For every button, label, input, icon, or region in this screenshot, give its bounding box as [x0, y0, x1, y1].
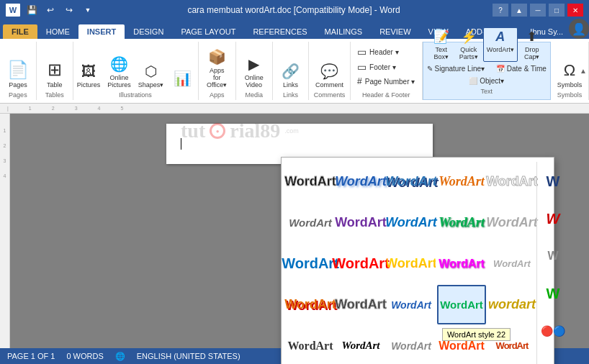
wordart-item-1[interactable]: WordArt: [286, 162, 335, 201]
wordart-item-12[interactable]: WordArt: [336, 244, 385, 283]
comments-group: 💬 Comment Comments: [309, 42, 350, 100]
pages-group-label: Pages: [9, 91, 27, 100]
ruler-horizontal: |12345: [0, 104, 589, 114]
wordart-item-5[interactable]: WordArt: [487, 162, 536, 201]
avatar: 👤: [569, 19, 589, 39]
word-count: 0 WORDS: [66, 352, 103, 360]
wordart-tooltip: WordArt style 22: [442, 328, 511, 341]
pages-button[interactable]: 📄 Pages: [4, 58, 32, 90]
title-bar: W 💾 ↩ ↪ ▼ cara membuat wordArt.doc [Comp…: [0, 0, 589, 20]
wordart-item-7[interactable]: WordArt: [336, 203, 385, 242]
wordart-item-11[interactable]: WordArt: [286, 244, 335, 283]
apps-for-office-button[interactable]: 📦 Apps forOffice▾: [202, 47, 231, 90]
wordart-button[interactable]: A WordArt▾: [483, 27, 518, 62]
shapes-button[interactable]: ⬡ Shapes▾: [135, 61, 167, 90]
online-video-button[interactable]: ▶ OnlineVideo: [240, 54, 269, 90]
wordart-item-15[interactable]: WordArt: [487, 244, 536, 283]
language-icon: 🌐: [115, 352, 125, 361]
wordart-item-3[interactable]: WordArt: [387, 162, 436, 201]
tab-design[interactable]: DESIGN: [125, 24, 172, 39]
pictures-button[interactable]: 🖼 Pictures: [74, 62, 104, 90]
wordart-item-13[interactable]: WordArt: [387, 244, 436, 283]
tab-mailings[interactable]: MAILINGS: [316, 24, 372, 39]
tables-group: ⊞ Table Tables: [37, 42, 73, 100]
wordart-item-20[interactable]: wordart: [487, 285, 536, 324]
word-logo-icon: W: [6, 4, 20, 17]
quick-parts-button[interactable]: ⚡ QuickParts▾: [456, 27, 482, 62]
wordart-item-2[interactable]: WordArt: [336, 162, 385, 201]
links-button[interactable]: 🔗 Links: [276, 61, 305, 90]
ribbon-toggle-button[interactable]: ▲: [511, 4, 527, 17]
apps-group: 📦 Apps forOffice▾ Apps: [199, 42, 236, 100]
wordart-item-19-selected[interactable]: WordArt: [437, 285, 486, 324]
links-group: 🔗 Links Links: [273, 42, 310, 100]
wordart-item-17[interactable]: WordArt: [336, 285, 385, 324]
maximize-button[interactable]: □: [549, 4, 565, 17]
ribbon: 📄 Pages Pages ⊞ Table Tables 🖼 Pictures: [0, 39, 589, 104]
wordart-extra-4[interactable]: W: [539, 276, 567, 311]
ribbon-collapse[interactable]: ▲: [577, 39, 589, 103]
wordart-extra-1[interactable]: W: [539, 163, 567, 199]
undo-icon[interactable]: ↩: [43, 4, 58, 17]
page-number-button[interactable]: # Page Number ▾: [353, 75, 419, 88]
pages-group: 📄 Pages Pages: [0, 42, 37, 100]
wordart-extra-5[interactable]: 🔴🔵: [539, 313, 567, 349]
header-footer-group: ▭ Header ▾ ▭ Footer ▾ # Page Number ▾ He…: [351, 42, 423, 100]
tab-file[interactable]: FILE: [3, 24, 37, 39]
pages-group-content: 📄 Pages: [4, 42, 32, 90]
language: ENGLISH (UNITED STATES): [137, 352, 240, 360]
redo-icon[interactable]: ↪: [62, 4, 76, 17]
text-box-button[interactable]: 📝 TextBox▾: [428, 27, 454, 62]
minimize-button[interactable]: ─: [530, 4, 546, 17]
media-group: ▶ OnlineVideo Media: [236, 42, 273, 100]
wordart-item-10[interactable]: WordArt: [487, 203, 536, 242]
help-button[interactable]: ?: [493, 4, 508, 17]
wordart-item-16[interactable]: WordArt: [286, 285, 335, 324]
tab-page-layout[interactable]: PAGE LAYOUT: [172, 24, 244, 39]
signature-line-button[interactable]: ✎ Signature Line▾: [423, 63, 489, 74]
watermark: tut ● rial89 .com: [181, 119, 299, 142]
wordart-item-23[interactable]: WordArt: [387, 326, 436, 364]
customize-icon[interactable]: ▼: [81, 4, 95, 17]
tab-insert[interactable]: INSERT: [78, 24, 125, 39]
window-title: cara membuat wordArt.doc [Compatibility …: [95, 5, 493, 15]
tab-home[interactable]: HOME: [37, 24, 78, 39]
pages-label: Pages: [9, 81, 27, 88]
title-bar-left: W 💾 ↩ ↪ ▼: [6, 4, 95, 17]
text-group: 📝 TextBox▾ ⚡ QuickParts▾ A WordArt▾ ⬆ Dr…: [423, 42, 551, 100]
wordart-item-22[interactable]: WordArt: [336, 326, 385, 364]
drop-cap-button[interactable]: ⬆ DropCap▾: [519, 27, 545, 62]
tab-references[interactable]: REFERENCES: [244, 24, 315, 39]
tab-review[interactable]: REVIEW: [371, 24, 419, 39]
wordart-item-21[interactable]: WordArt: [286, 326, 335, 364]
date-time-button[interactable]: 📅 Date & Time: [492, 63, 551, 74]
object-button[interactable]: ⬜ Object▾: [464, 76, 508, 86]
wordart-item-18[interactable]: WordArt: [387, 285, 436, 324]
illustrations-group: 🖼 Pictures 🌐 OnlinePictures ⬡ Shapes▾ 📊 …: [73, 42, 199, 100]
wordart-panel: WordArt WordArt WordArt WordArt WordArt …: [281, 157, 554, 364]
smartart-button[interactable]: 📊: [168, 68, 197, 90]
wordart-extra-2[interactable]: W: [539, 201, 567, 237]
wordart-right-extra: W W W W 🔴🔵: [536, 162, 569, 364]
header-button[interactable]: ▭ Header ▾: [353, 45, 403, 59]
footer-button[interactable]: ▭ Footer ▾: [353, 60, 400, 74]
wordart-item-14[interactable]: WordArt: [437, 244, 486, 283]
close-button[interactable]: ✕: [567, 4, 583, 17]
wordart-item-9[interactable]: WordArt: [437, 203, 486, 242]
online-pictures-button[interactable]: 🌐 OnlinePictures: [104, 54, 134, 90]
comment-button[interactable]: 💬 Comment: [313, 61, 346, 90]
wordart-item-8[interactable]: WordArt: [387, 203, 436, 242]
wordart-item-6[interactable]: WordArt: [286, 203, 335, 242]
page-indicator: PAGE 1 OF 1: [7, 352, 55, 360]
window-controls: ? ▲ ─ □ ✕: [493, 4, 583, 17]
ruler-vertical: 1234: [0, 114, 10, 348]
wordart-item-4[interactable]: WordArt: [437, 162, 486, 201]
save-icon[interactable]: 💾: [24, 4, 39, 17]
wordart-extra-3[interactable]: W: [539, 238, 567, 274]
table-button[interactable]: ⊞ Table: [40, 58, 69, 90]
